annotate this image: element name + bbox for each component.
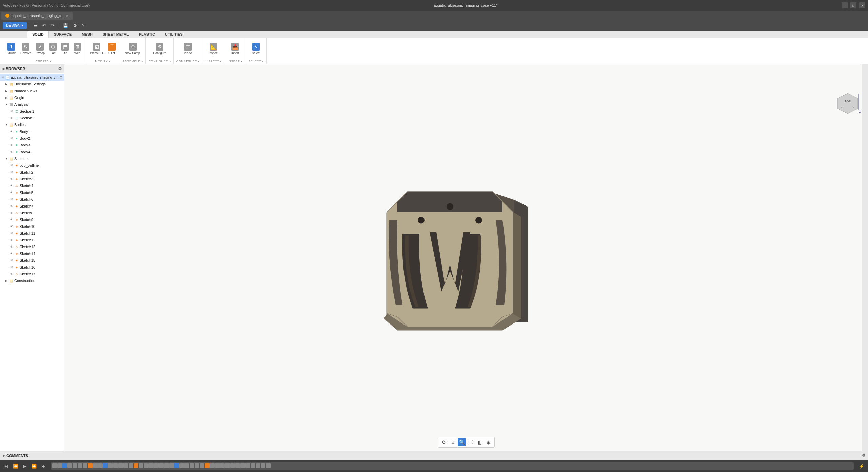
tree-item-section1[interactable]: 👁 ⊡ Section1 (0, 108, 64, 115)
tree-item-construction[interactable]: ▶ ▤ Construction (0, 277, 64, 284)
timeline-compute[interactable]: ⚡ (857, 463, 866, 470)
viewport[interactable]: TOP R F Z ⟳ ✥ 🔍 ⛶ ◧ ◈ (64, 64, 868, 451)
tree-item-named-views[interactable]: ▶ ▤ Named Views (0, 87, 64, 94)
eye-sketch11[interactable]: 👁 (9, 231, 14, 235)
create-extrude[interactable]: ⬆ Extrude (4, 42, 18, 56)
zoom-button[interactable]: 🔍 (458, 438, 466, 446)
create-revolve[interactable]: ↻ Revolve (19, 42, 33, 56)
tree-item-body4[interactable]: 👁 ■ Body4 (0, 149, 64, 155)
timeline-next[interactable]: ⏩ (29, 463, 38, 470)
comments-expand-icon[interactable]: ▶ (3, 454, 5, 457)
tree-item-sketch14[interactable]: 👁 ◈ Sketch14 (0, 250, 64, 257)
create-loft[interactable]: ⬡ Loft (47, 42, 59, 56)
inspect-btn[interactable]: 📐 Inspect (207, 42, 220, 56)
eye-sketch6[interactable]: 👁 (9, 197, 14, 201)
tree-item-analysis[interactable]: ▼ ▤ Analysis (0, 101, 64, 108)
tree-item-sketch9[interactable]: 👁 ◈ Sketch9 (0, 216, 64, 223)
eye-sketch9[interactable]: 👁 (9, 218, 14, 222)
insert-btn[interactable]: 📥 Insert (229, 42, 241, 56)
create-sweep[interactable]: ↗ Sweep (34, 42, 47, 56)
timeline-skip-end[interactable]: ⏭ (40, 463, 47, 470)
modify-press-pull[interactable]: ⬕ Press Pull (88, 42, 105, 56)
file-tab[interactable]: aquatic_ultrasonic_imaging_c... ✕ (1, 12, 73, 20)
timeline-track[interactable] (51, 462, 854, 470)
eye-sketch12[interactable]: 👁 (9, 238, 14, 242)
eye-sketch5[interactable]: 👁 (9, 191, 14, 195)
configure-btn[interactable]: ⚙ Configure (152, 42, 168, 56)
tree-item-sketch10[interactable]: 👁 ◈ Sketch10 (0, 223, 64, 230)
eye-sketch10[interactable]: 👁 (9, 224, 14, 229)
tree-item-sketch4[interactable]: 👁 ⚠ Sketch4 (0, 182, 64, 189)
tree-item-body1[interactable]: 👁 ■ Body1 (0, 128, 64, 135)
settings-root[interactable]: ⚙ (59, 75, 63, 80)
create-rib[interactable]: ⬒ Rib (59, 42, 71, 56)
tab-surface[interactable]: SURFACE (49, 31, 77, 38)
assemble-new-component[interactable]: ⊕ New Comp. (123, 42, 143, 56)
tree-item-body2[interactable]: 👁 ■ Body2 (0, 135, 64, 142)
eye-sketch2[interactable]: 👁 (9, 170, 14, 174)
help-button[interactable]: ? (80, 22, 86, 29)
eye-pcb-outline[interactable]: 👁 (9, 163, 14, 168)
eye-body4[interactable]: 👁 (9, 150, 14, 154)
tree-item-sketch8[interactable]: 👁 ⚠ Sketch8 (0, 210, 64, 216)
eye-sketch4[interactable]: 👁 (9, 184, 14, 188)
eye-sketch3[interactable]: 👁 (9, 177, 14, 181)
view-cube[interactable]: TOP R F Z (834, 92, 861, 119)
close-button[interactable]: ✕ (859, 2, 865, 8)
minimize-button[interactable]: – (842, 2, 848, 8)
tab-utilities[interactable]: UTILITIES (160, 31, 188, 38)
timeline-play[interactable]: ▶ (21, 463, 28, 470)
menu-button[interactable]: ☰ (32, 22, 39, 29)
eye-sketch16[interactable]: 👁 (9, 265, 14, 269)
tree-item-sketch3[interactable]: 👁 ◈ Sketch3 (0, 176, 64, 182)
tree-item-section2[interactable]: 👁 ⊡ Section2 (0, 115, 64, 121)
tree-item-sketch17[interactable]: 👁 ⚠ Sketch17 (0, 271, 64, 277)
timeline-skip-start[interactable]: ⏮ (2, 463, 10, 470)
eye-sketch7[interactable]: 👁 (9, 204, 14, 208)
eye-body1[interactable]: 👁 (9, 130, 14, 134)
orbit-button[interactable]: ⟳ (440, 438, 448, 446)
tree-item-sketch15[interactable]: 👁 ◈ Sketch15 (0, 257, 64, 264)
tree-item-root[interactable]: ▼ 📄 aquatic_ultrasonic_imaging_c... ⚙ (0, 74, 64, 81)
select-btn[interactable]: ↖ Select (250, 42, 262, 56)
timeline-prev[interactable]: ⏪ (11, 463, 20, 470)
tree-item-origin[interactable]: ▶ ▤ Origin (0, 94, 64, 101)
tree-item-document-settings[interactable]: ▶ ▤ Document Settings (0, 81, 64, 87)
tree-item-sketch7[interactable]: 👁 ◈ Sketch7 (0, 203, 64, 210)
tree-item-sketches[interactable]: ▼ ▤ Sketches (0, 155, 64, 162)
maximize-button[interactable]: □ (850, 2, 856, 8)
tab-close-icon[interactable]: ✕ (66, 14, 68, 18)
construct-plane[interactable]: ◱ Plane (182, 42, 194, 56)
tree-item-bodies[interactable]: ▼ ▤ Bodies (0, 121, 64, 128)
eye-sketch13[interactable]: 👁 (9, 245, 14, 249)
browser-settings-icon[interactable]: ⚙ (58, 66, 62, 71)
browser-expand-icon[interactable]: ◀ (2, 67, 4, 71)
display-mode-button[interactable]: ◧ (475, 438, 484, 446)
settings-button[interactable]: ⚙ (72, 22, 79, 29)
eye-section1[interactable]: 👁 (9, 109, 14, 113)
eye-sketch14[interactable]: 👁 (9, 252, 14, 256)
eye-sketch15[interactable]: 👁 (9, 258, 14, 262)
tree-item-sketch16[interactable]: 👁 ◈ Sketch16 (0, 264, 64, 271)
modify-fillet[interactable]: ⌒ Fillet (106, 42, 118, 56)
visual-style-button[interactable]: ◈ (484, 438, 492, 446)
undo-button[interactable]: ↶ (41, 22, 48, 29)
tree-item-sketch12[interactable]: 👁 ◈ Sketch12 (0, 237, 64, 243)
eye-body2[interactable]: 👁 (9, 136, 14, 140)
tab-solid[interactable]: SOLID (27, 31, 49, 38)
tree-item-pcb-outline[interactable]: 👁 ◈ pcb_outline (0, 162, 64, 169)
tree-item-sketch11[interactable]: 👁 ◈ Sketch11 (0, 230, 64, 237)
comments-settings-icon[interactable]: ⚙ (862, 453, 865, 458)
tree-item-sketch6[interactable]: 👁 ◈ Sketch6 (0, 196, 64, 203)
create-web[interactable]: ⊞ Web (72, 42, 83, 56)
eye-sketch8[interactable]: 👁 (9, 211, 14, 215)
eye-sketch17[interactable]: 👁 (9, 272, 14, 276)
tab-sheet-metal[interactable]: SHEET METAL (98, 31, 134, 38)
pan-button[interactable]: ✥ (449, 438, 457, 446)
tree-item-sketch13[interactable]: 👁 ⚠ Sketch13 (0, 243, 64, 250)
tree-item-body3[interactable]: 👁 ■ Body3 (0, 142, 64, 149)
tree-item-sketch5[interactable]: 👁 ◈ Sketch5 (0, 189, 64, 196)
tab-mesh[interactable]: MESH (77, 31, 98, 38)
workspace-selector[interactable]: DESIGN ▾ (3, 22, 27, 29)
redo-button[interactable]: ↷ (49, 22, 56, 29)
